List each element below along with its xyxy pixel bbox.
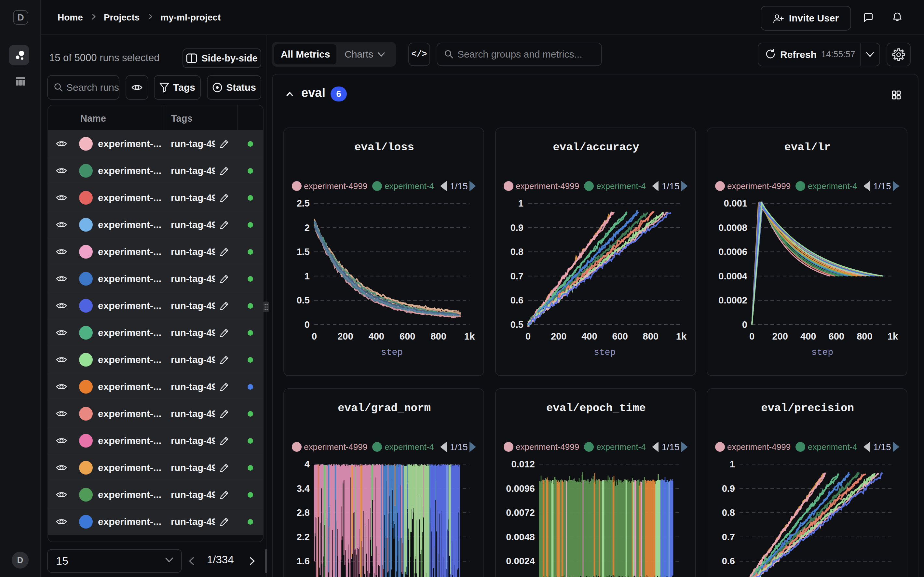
svg-text:400: 400 (581, 331, 597, 342)
svg-text:0: 0 (526, 331, 531, 342)
svg-text:experiment-4: experiment-4 (597, 442, 646, 452)
svg-text:1.5: 1.5 (297, 247, 310, 257)
svg-text:0.0004: 0.0004 (718, 271, 747, 281)
svg-text:1k: 1k (676, 331, 687, 342)
svg-text:0.7: 0.7 (722, 532, 735, 542)
svg-text:eval/accuracy: eval/accuracy (553, 141, 639, 153)
svg-text:1/15: 1/15 (873, 442, 891, 452)
svg-text:1/15: 1/15 (662, 442, 680, 452)
svg-text:eval/grad_norm: eval/grad_norm (338, 402, 431, 414)
svg-text:experiment-4999: experiment-4999 (304, 181, 367, 191)
svg-text:1/15: 1/15 (873, 181, 891, 191)
svg-text:0.8: 0.8 (511, 247, 524, 257)
svg-text:0.0048: 0.0048 (506, 532, 535, 542)
svg-text:experiment-4999: experiment-4999 (516, 181, 579, 191)
svg-text:eval/precision: eval/precision (761, 402, 854, 414)
svg-text:1/15: 1/15 (662, 181, 680, 191)
svg-text:2.8: 2.8 (297, 508, 310, 518)
svg-text:0.5: 0.5 (297, 295, 310, 305)
svg-text:0.5: 0.5 (511, 319, 524, 330)
svg-text:600: 600 (400, 331, 415, 342)
svg-text:1k: 1k (464, 331, 475, 342)
svg-text:600: 600 (612, 331, 627, 342)
svg-text:4: 4 (305, 459, 310, 469)
svg-text:experiment-4999: experiment-4999 (727, 181, 790, 191)
svg-text:200: 200 (337, 331, 353, 342)
svg-text:0.7: 0.7 (511, 271, 524, 281)
svg-text:0.0002: 0.0002 (718, 295, 747, 305)
svg-text:400: 400 (369, 331, 384, 342)
svg-text:step: step (381, 347, 403, 358)
svg-text:0.012: 0.012 (511, 459, 535, 469)
svg-text:0.9: 0.9 (722, 484, 735, 494)
svg-text:step: step (594, 347, 616, 358)
svg-text:0.0096: 0.0096 (506, 484, 535, 494)
svg-text:0.6: 0.6 (511, 295, 524, 305)
svg-text:2: 2 (305, 222, 310, 233)
svg-text:experiment-4: experiment-4 (385, 181, 434, 191)
svg-text:2.2: 2.2 (297, 532, 310, 542)
svg-text:1/15: 1/15 (450, 181, 468, 191)
svg-text:0.9: 0.9 (511, 222, 524, 233)
svg-text:200: 200 (772, 331, 788, 342)
svg-text:800: 800 (857, 331, 872, 342)
svg-text:1/15: 1/15 (450, 442, 468, 452)
svg-text:0.0072: 0.0072 (506, 508, 535, 518)
svg-text:experiment-4: experiment-4 (385, 442, 434, 452)
svg-text:1.6: 1.6 (297, 556, 310, 566)
svg-text:0.0006: 0.0006 (718, 247, 747, 257)
svg-text:experiment-4999: experiment-4999 (727, 442, 790, 452)
svg-text:400: 400 (800, 331, 816, 342)
svg-text:experiment-4999: experiment-4999 (304, 442, 367, 452)
svg-text:0.8: 0.8 (722, 508, 735, 518)
svg-text:0.0024: 0.0024 (506, 556, 535, 566)
svg-text:200: 200 (551, 331, 566, 342)
svg-text:600: 600 (829, 331, 844, 342)
svg-text:experiment-4: experiment-4 (808, 442, 857, 452)
svg-text:0.6: 0.6 (722, 556, 735, 566)
svg-text:eval/epoch_time: eval/epoch_time (546, 402, 646, 414)
svg-text:800: 800 (431, 331, 446, 342)
svg-text:0: 0 (742, 319, 747, 330)
svg-text:experiment-4999: experiment-4999 (516, 442, 579, 452)
svg-text:800: 800 (643, 331, 658, 342)
svg-text:eval/loss: eval/loss (354, 141, 414, 153)
svg-text:0: 0 (305, 319, 310, 330)
svg-text:0.001: 0.001 (724, 198, 747, 208)
svg-text:experiment-4: experiment-4 (808, 181, 857, 191)
svg-text:1: 1 (305, 271, 310, 281)
svg-text:1k: 1k (888, 331, 898, 342)
svg-text:eval/lr: eval/lr (784, 141, 831, 153)
svg-text:2.5: 2.5 (297, 198, 310, 208)
svg-text:1: 1 (730, 459, 735, 469)
svg-text:0: 0 (749, 331, 755, 342)
svg-text:experiment-4: experiment-4 (597, 181, 646, 191)
svg-text:step: step (811, 347, 833, 358)
svg-text:3.4: 3.4 (297, 484, 310, 494)
svg-text:0: 0 (312, 331, 317, 342)
svg-text:1: 1 (518, 198, 524, 208)
svg-text:0.0008: 0.0008 (718, 222, 747, 233)
